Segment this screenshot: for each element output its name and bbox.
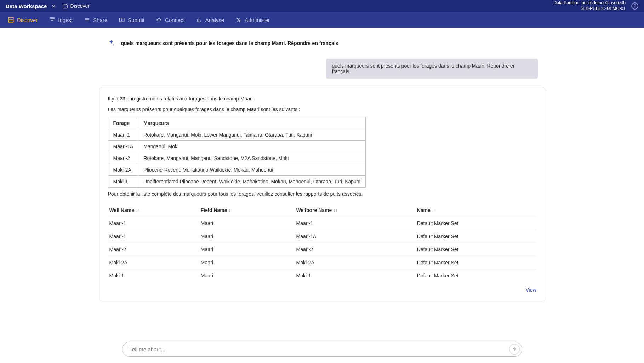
nav-label: Administer bbox=[245, 17, 270, 23]
prompt-text: quels marqueurs sont présents pour les f… bbox=[121, 40, 338, 46]
user-message-bubble: quels marqueurs sont présents pour les f… bbox=[326, 59, 538, 79]
share-icon bbox=[84, 17, 90, 23]
analyse-icon bbox=[196, 17, 203, 23]
view-link-row: View bbox=[108, 287, 536, 293]
user-message-row: quels marqueurs sont présents pour les f… bbox=[99, 59, 545, 79]
submit-icon bbox=[119, 17, 125, 23]
nav-label: Connect bbox=[165, 17, 185, 23]
topbar: Data Workspace Discover Data Partition: … bbox=[0, 0, 644, 12]
page-title: Discover bbox=[70, 3, 89, 9]
col-field-name[interactable]: Field Name↓↑ bbox=[199, 204, 295, 217]
nav-label: Analyse bbox=[205, 17, 224, 23]
col-marqueurs: Marqueurs bbox=[138, 117, 365, 129]
sort-icon: ↓↑ bbox=[432, 208, 436, 213]
partition-name: SLB-PUBLIC-DEMO-01 bbox=[554, 6, 626, 12]
table-row: Moki-1Undifferentiated Pliocene-Recent, … bbox=[108, 176, 365, 188]
prompt-header: quels marqueurs sont présents pour les f… bbox=[99, 35, 545, 52]
nav-label: Ingest bbox=[58, 17, 73, 23]
nav-share[interactable]: Share bbox=[79, 12, 112, 28]
nav-analyse[interactable]: Analyse bbox=[191, 12, 229, 28]
table-row: Maari-2Rotokare, Manganui, Manganui Sand… bbox=[108, 152, 365, 164]
response-intro: Il y a 23 enregistrements relatifs aux f… bbox=[108, 96, 536, 102]
navbar: Discover Ingest Share Submit Connect Ana… bbox=[0, 12, 644, 28]
table-row[interactable]: Maari-1MaariMaari-1Default Marker Set bbox=[108, 217, 536, 230]
col-name[interactable]: Name↓↑ bbox=[416, 204, 536, 217]
table-row: Maari-1AManganui, Moki bbox=[108, 141, 365, 152]
markers-table: Forage Marqueurs Maari-1Rotokare, Mangan… bbox=[108, 117, 366, 188]
col-forage: Forage bbox=[108, 117, 138, 129]
table-row[interactable]: Maari-2MaariMaari-2Default Marker Set bbox=[108, 243, 536, 256]
response-outro: Pour obtenir la liste complète des marqu… bbox=[108, 191, 536, 197]
table-row[interactable]: Moki-2AMaariMoki-2ADefault Marker Set bbox=[108, 256, 536, 269]
table-row[interactable]: Maari-1MaariMaari-1ADefault Marker Set bbox=[108, 230, 536, 243]
svg-point-9 bbox=[157, 20, 158, 21]
table-header-row: Forage Marqueurs bbox=[108, 117, 365, 129]
collapse-icon[interactable] bbox=[51, 4, 56, 8]
nav-administer[interactable]: Administer bbox=[230, 12, 275, 28]
grid-icon bbox=[8, 17, 14, 23]
help-icon[interactable]: ? bbox=[631, 2, 638, 10]
col-wellbore-name[interactable]: Wellbore Name↓↑ bbox=[295, 204, 415, 217]
home-icon[interactable] bbox=[62, 3, 68, 9]
sort-icon: ↓↑ bbox=[229, 208, 233, 213]
table-row: Moki-2APliocene-Recent, Mohakatino-Waiki… bbox=[108, 164, 365, 176]
results-table: Well Name↓↑ Field Name↓↑ Wellbore Name↓↑… bbox=[108, 204, 536, 282]
results-header-row: Well Name↓↑ Field Name↓↑ Wellbore Name↓↑… bbox=[108, 204, 536, 217]
nav-submit[interactable]: Submit bbox=[114, 12, 149, 28]
administer-icon bbox=[235, 17, 242, 23]
sort-icon: ↓↑ bbox=[136, 208, 140, 213]
table-row[interactable]: Moki-1MaariMoki-1Default Marker Set bbox=[108, 269, 536, 282]
brand-label: Data Workspace bbox=[6, 3, 47, 9]
col-well-name[interactable]: Well Name↓↑ bbox=[108, 204, 199, 217]
partition-label: Data Partition: publicdemo01-osdu-slb bbox=[554, 0, 626, 6]
nav-label: Discover bbox=[17, 17, 38, 23]
nav-ingest[interactable]: Ingest bbox=[44, 12, 78, 28]
response-card: Il y a 23 enregistrements relatifs aux f… bbox=[99, 87, 545, 301]
nav-label: Submit bbox=[128, 17, 144, 23]
ingest-icon bbox=[49, 17, 55, 23]
partition-info: Data Partition: publicdemo01-osdu-slb SL… bbox=[554, 0, 626, 11]
nav-discover[interactable]: Discover bbox=[3, 12, 42, 28]
response-sub: Les marqueurs présents pour quelques for… bbox=[108, 106, 536, 112]
svg-point-10 bbox=[160, 20, 161, 21]
connect-icon bbox=[156, 17, 162, 23]
content-area: quels marqueurs sont présents pour les f… bbox=[85, 28, 559, 337]
nav-connect[interactable]: Connect bbox=[151, 12, 190, 28]
sort-icon: ↓↑ bbox=[333, 208, 337, 213]
sparkle-icon bbox=[106, 38, 116, 48]
table-row: Maari-1Rotokare, Manganui, Moki, Lower M… bbox=[108, 129, 365, 141]
nav-label: Share bbox=[93, 17, 107, 23]
view-link[interactable]: View bbox=[525, 287, 536, 293]
